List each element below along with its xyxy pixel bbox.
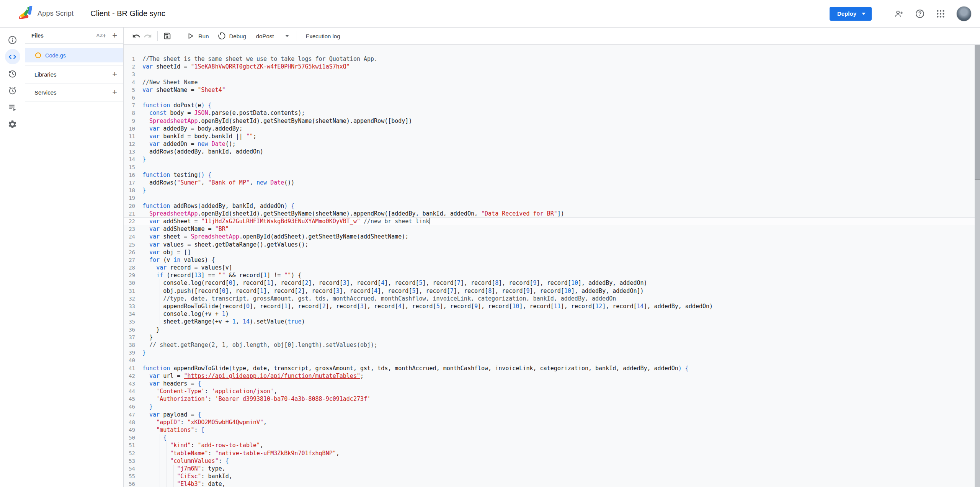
code-line-3[interactable]: 3 <box>124 70 980 78</box>
code-line-24[interactable]: 24 var sheet = SpreadsheetApp.openById(a… <box>124 233 980 240</box>
code-line-7[interactable]: 7function doPost(e) { <box>124 101 980 109</box>
sidebar-item-editor[interactable] <box>5 49 20 64</box>
code-line-52[interactable]: 52 "tableName": "native-table-uFM3ZkBk9n… <box>124 449 980 457</box>
code-line-4[interactable]: 4//New Sheet Name <box>124 78 980 86</box>
code-line-42[interactable]: 42 var url = "https://api.glideapp.io/ap… <box>124 372 980 380</box>
code-line-51[interactable]: 51 "kind": "add-row-to-table", <box>124 441 980 449</box>
code-line-44[interactable]: 44 'Content-Type': 'application/json', <box>124 387 980 395</box>
code-line-31[interactable]: 31 obj.push([record[0], record[1], recor… <box>124 287 980 295</box>
code-line-13[interactable]: 13 addRows(addedBy, bankId, addedOn) <box>124 148 980 155</box>
add-service-button[interactable]: + <box>112 88 117 96</box>
code-line-21[interactable]: 21 SpreadsheetApp.openById(sheetId).getS… <box>124 210 980 217</box>
line-number: 44 <box>124 387 135 395</box>
code-line-40[interactable]: 40 <box>124 356 980 364</box>
help-icon[interactable] <box>915 9 925 19</box>
code-line-12[interactable]: 12 var addedOn = new Date(); <box>124 140 980 148</box>
sidebar-item-executions[interactable] <box>5 100 20 115</box>
undo-button[interactable] <box>131 29 142 42</box>
code-line-55[interactable]: 55 "CiEsc": bankId, <box>124 472 980 480</box>
code-line-37[interactable]: 37 } <box>124 333 980 341</box>
code-text: } <box>142 186 980 194</box>
sidebar-item-overview[interactable] <box>5 32 20 47</box>
code-line-20[interactable]: 20function addRows(addedBy, bankId, adde… <box>124 202 980 210</box>
debug-icon <box>217 32 226 40</box>
line-number: 56 <box>124 480 135 487</box>
code-line-6[interactable]: 6 <box>124 94 980 101</box>
code-line-56[interactable]: 56 "El4b3": date, <box>124 480 980 487</box>
code-text: } <box>142 326 980 333</box>
code-line-28[interactable]: 28 var record = values[v] <box>124 264 980 271</box>
code-line-27[interactable]: 27 for (v in values) { <box>124 256 980 264</box>
services-section[interactable]: Services + <box>25 83 123 101</box>
code-line-15[interactable]: 15 <box>124 163 980 171</box>
profile-avatar[interactable] <box>956 6 972 21</box>
code-line-54[interactable]: 54 "j7m6N": type, <box>124 465 980 472</box>
code-line-23[interactable]: 23 var addSheetName = "BR" <box>124 225 980 233</box>
add-file-button[interactable]: + <box>112 32 117 39</box>
code-line-33[interactable]: 33 appendRowToGlide(record[0], record[1]… <box>124 302 980 310</box>
indent-guide <box>160 295 160 302</box>
project-title[interactable]: Client - BR Glide sync <box>90 9 165 18</box>
code-line-36[interactable]: 36 } <box>124 326 980 333</box>
code-line-43[interactable]: 43 var headers = { <box>124 380 980 387</box>
run-button[interactable]: Run <box>183 29 212 42</box>
google-apps-grid-icon[interactable] <box>936 9 946 19</box>
code-line-34[interactable]: 34 console.log(+v + 1) <box>124 310 980 318</box>
code-line-2[interactable]: 2var sheetId = "1SeKA8hVwQRRT0gbctZK-w4f… <box>124 63 980 70</box>
code-line-32[interactable]: 32 //type, date, transcript, grossAmount… <box>124 295 980 302</box>
code-line-53[interactable]: 53 "columnValues": { <box>124 457 980 465</box>
code-line-50[interactable]: 50 { <box>124 434 980 441</box>
line-number: 6 <box>124 94 135 101</box>
deploy-button[interactable]: Deploy <box>830 7 872 21</box>
sidebar-item-project-settings[interactable] <box>5 116 20 132</box>
code-line-1[interactable]: 1//The sheet is the same sheet we use to… <box>124 55 980 63</box>
code-line-48[interactable]: 48 "appID": "xKDO2MO5wbHG4QwpminV", <box>124 418 980 426</box>
indent-guide <box>146 387 146 395</box>
editor-scrollbar[interactable] <box>975 45 980 487</box>
code-line-29[interactable]: 29 if (record[13] == "" && record[1] != … <box>124 271 980 279</box>
code-line-39[interactable]: 39} <box>124 349 980 356</box>
code-line-14[interactable]: 14} <box>124 155 980 163</box>
code-line-38[interactable]: 38 // sheet.getRange(2, 1, obj.length, o… <box>124 341 980 349</box>
code-line-25[interactable]: 25 var values = sheet.getDataRange().get… <box>124 241 980 248</box>
code-line-41[interactable]: 41function appendRowToGlide(type, date, … <box>124 364 980 372</box>
code-line-49[interactable]: 49 "mutations": [ <box>124 426 980 434</box>
add-library-button[interactable]: + <box>112 70 117 78</box>
code-line-26[interactable]: 26 var obj = [] <box>124 248 980 256</box>
code-line-11[interactable]: 11 var bankId = body.bankId || ""; <box>124 132 980 140</box>
redo-button[interactable] <box>142 29 154 42</box>
code-text: appendRowToGlide(record[0], record[1], r… <box>142 302 980 310</box>
file-item-code-gs[interactable]: Code.gs <box>25 48 123 62</box>
sidebar-item-project-history[interactable] <box>5 66 20 81</box>
libraries-section[interactable]: Libraries + <box>25 65 123 83</box>
scrollbar-thumb[interactable] <box>975 45 980 180</box>
indent-guide <box>160 318 160 325</box>
code-line-19[interactable]: 19 <box>124 194 980 202</box>
add-collaborator-icon[interactable] <box>894 9 904 19</box>
code-line-16[interactable]: 16function testing() { <box>124 171 980 179</box>
sidebar-item-triggers[interactable] <box>5 83 20 98</box>
code-line-22[interactable]: 22 var addSheet = "11jHdZsG2GuLRHFIMtWsk… <box>124 217 980 225</box>
code-line-47[interactable]: 47 var payload = { <box>124 411 980 418</box>
code-line-10[interactable]: 10 var addedBy = body.addedBy; <box>124 125 980 132</box>
code-line-46[interactable]: 46 } <box>124 403 980 410</box>
line-number: 25 <box>124 241 135 248</box>
code-line-9[interactable]: 9 SpreadsheetApp.openById(sheetId).getSh… <box>124 117 980 125</box>
indent-guide <box>146 279 146 287</box>
az-sort-icon[interactable]: AZ▴▾ <box>96 33 105 38</box>
save-button[interactable] <box>162 29 173 42</box>
code-line-5[interactable]: 5var sheetName = "Sheet4" <box>124 86 980 94</box>
code-line-30[interactable]: 30 console.log(record[0], record[1], rec… <box>124 279 980 287</box>
indent-guide <box>146 256 146 264</box>
function-selector[interactable]: doPost <box>252 31 293 42</box>
code-line-17[interactable]: 17 addRows("Sumer", "Bank of MP", new Da… <box>124 179 980 186</box>
code-editor[interactable]: 1//The sheet is the same sheet we use to… <box>124 45 980 487</box>
app-name[interactable]: Apps Script <box>38 10 74 18</box>
code-line-45[interactable]: 45 'Authorization': 'Bearer d3993810-ba7… <box>124 395 980 403</box>
run-label: Run <box>198 33 209 39</box>
debug-button[interactable]: Debug <box>214 29 249 42</box>
code-line-18[interactable]: 18} <box>124 186 980 194</box>
code-line-8[interactable]: 8 const body = JSON.parse(e.postData.con… <box>124 109 980 117</box>
execution-log-button[interactable]: Execution log <box>301 31 345 42</box>
code-line-35[interactable]: 35 sheet.getRange(+v + 1, 14).setValue(t… <box>124 318 980 325</box>
